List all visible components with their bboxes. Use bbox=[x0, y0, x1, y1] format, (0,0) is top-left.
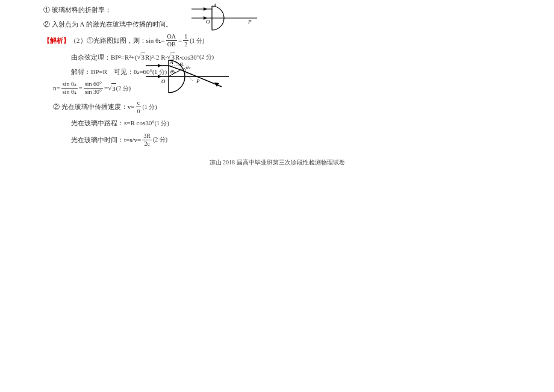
label-P: P bbox=[247, 19, 252, 25]
svg-marker-7 bbox=[158, 64, 161, 67]
svg-line-15 bbox=[175, 61, 193, 81]
diagram-original: A O P bbox=[188, 2, 260, 35]
svg-text:P: P bbox=[196, 78, 200, 84]
question-2: ② 入射点为 A 的激光在玻璃中传播的时间。 bbox=[43, 19, 511, 30]
svg-marker-12 bbox=[214, 82, 219, 87]
solution-time: 光在玻璃中时间：t=s/v= 3R 2c (2 分) bbox=[43, 132, 511, 148]
solution-n: n= sin θ₂ sin θ₁ = sin 60° sin 30° = 3 (… bbox=[43, 81, 511, 96]
analysis-label: 【解析】 bbox=[43, 36, 70, 46]
label-A: A bbox=[213, 2, 217, 8]
svg-text:A: A bbox=[169, 59, 173, 65]
label-O: O bbox=[206, 19, 210, 25]
frac-c-n: c n bbox=[135, 99, 141, 114]
solution-path: 光在玻璃中路程：s=R cos30° (1 分) bbox=[43, 118, 511, 129]
score-4: (2 分) bbox=[116, 84, 131, 93]
svg-text:θ₁: θ₁ bbox=[170, 69, 175, 75]
page-footer: 凉山 2018 届高中毕业班第三次诊段性检测物理试卷 bbox=[43, 158, 511, 167]
frac-oa-ob: OA OB bbox=[166, 33, 177, 48]
solution-line-1: 【解析】 （2）①光路图如图，则：sin θ₁= OA OB = 1 2 (1 … bbox=[43, 33, 511, 48]
frac-half: 1 2 bbox=[183, 33, 188, 48]
score-6: (1 分) bbox=[155, 119, 169, 128]
svg-marker-2 bbox=[204, 7, 207, 11]
svg-text:O: O bbox=[161, 78, 166, 84]
sol-intro: （2）①光路图如图，则：sin θ₁= bbox=[70, 36, 165, 46]
score-7: (2 分) bbox=[153, 135, 167, 145]
solution-cosine: 由余弦定理： BP²=R²+( 3 R)²-2 R· 3 R·cos30° (2… bbox=[43, 52, 511, 63]
frac-sin-ratio: sin θ₂ sin θ₁ bbox=[61, 81, 78, 96]
diagram-solution: A B O P θ₁ θ₂ bbox=[143, 58, 231, 96]
svg-text:B: B bbox=[179, 61, 183, 67]
frac-3r-2c: 3R 2c bbox=[142, 132, 152, 148]
frac-sin-deg: sin 60° sin 30° bbox=[84, 81, 103, 96]
solution-velocity: ② 光在玻璃中传播速度：v= c n (1 分) bbox=[43, 99, 511, 114]
svg-text:θ₂: θ₂ bbox=[186, 65, 191, 70]
score-5: (1 分) bbox=[142, 102, 157, 112]
solution-solve: 解得：BP=R 可见：θ₂=60° (1 分) bbox=[43, 67, 511, 78]
score-1: (1 分) bbox=[190, 36, 204, 46]
question-1: ① 玻璃材料的折射率； bbox=[43, 5, 511, 16]
